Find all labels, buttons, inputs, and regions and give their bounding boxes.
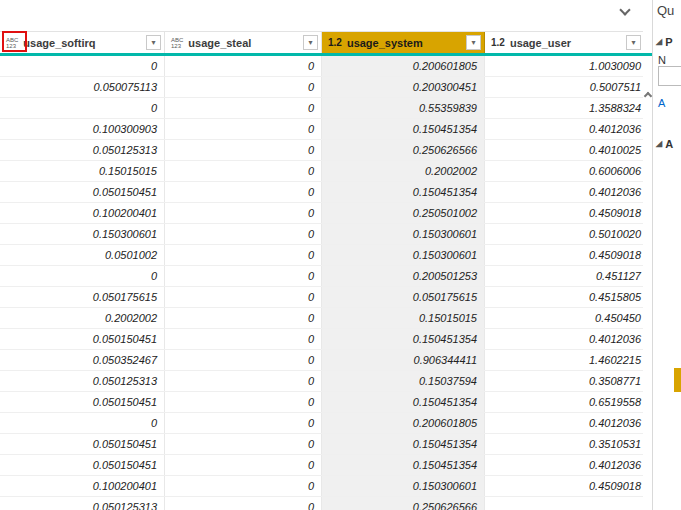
column-header-usage-steal[interactable]: ABC 123 usage_steal ▾ xyxy=(165,32,322,53)
table-cell[interactable]: 0.050150451 xyxy=(0,392,165,412)
table-cell[interactable]: 0.150451354 xyxy=(322,392,485,412)
table-cell[interactable]: 0.050125313 xyxy=(0,497,165,510)
table-cell[interactable]: 0.4012036 xyxy=(485,119,643,139)
table-cell[interactable]: 0.4012036 xyxy=(485,413,643,433)
table-cell[interactable]: 0 xyxy=(165,392,322,412)
table-cell[interactable]: 0.6006006 xyxy=(485,161,643,181)
table-cell[interactable]: 0.150451354 xyxy=(322,455,485,475)
table-cell[interactable]: 0.050150451 xyxy=(0,182,165,202)
table-cell[interactable]: 0.200501253 xyxy=(322,266,485,286)
table-cell[interactable]: 0 xyxy=(165,434,322,454)
formula-bar-expand-button[interactable] xyxy=(612,2,638,22)
table-cell[interactable]: 0 xyxy=(165,329,322,349)
table-cell[interactable]: 0.906344411 xyxy=(322,350,485,370)
vertical-scrollbar[interactable] xyxy=(643,56,652,510)
scrollbar-up-button[interactable] xyxy=(643,88,652,100)
table-cell[interactable]: 0 xyxy=(0,56,165,76)
table-cell[interactable]: 0 xyxy=(0,266,165,286)
table-cell[interactable]: 0.5007511 xyxy=(485,77,643,97)
table-cell[interactable]: 0.150300601 xyxy=(322,245,485,265)
table-cell[interactable]: 0 xyxy=(165,119,322,139)
table-cell[interactable]: 0.150451354 xyxy=(322,329,485,349)
table-cell[interactable]: 0.2002002 xyxy=(322,161,485,181)
table-cell[interactable]: 0.250626566 xyxy=(322,497,485,510)
table-cell[interactable]: 0.55359839 xyxy=(322,98,485,118)
table-cell[interactable]: 1.3588324 xyxy=(485,98,643,118)
table-cell[interactable]: 0 xyxy=(165,413,322,433)
column-filter-button[interactable]: ▾ xyxy=(466,35,481,50)
table-cell[interactable]: 0 xyxy=(165,245,322,265)
table-cell[interactable]: 0.050150451 xyxy=(0,329,165,349)
query-name-input[interactable] xyxy=(658,66,681,86)
table-cell[interactable]: 0.150451354 xyxy=(322,434,485,454)
table-cell[interactable]: 0.100200401 xyxy=(0,476,165,496)
column-filter-button[interactable]: ▾ xyxy=(626,35,641,50)
table-cell[interactable] xyxy=(485,497,643,510)
column-filter-button[interactable]: ▾ xyxy=(146,35,161,50)
selected-step-highlight[interactable] xyxy=(674,368,681,392)
table-cell[interactable]: 0.15037594 xyxy=(322,371,485,391)
column-header-usage-softirq[interactable]: ABC 123 usage_softirq ▾ xyxy=(0,32,165,53)
table-cell[interactable]: 0.100200401 xyxy=(0,203,165,223)
table-cell[interactable]: 0.4012036 xyxy=(485,455,643,475)
table-cell[interactable]: 0 xyxy=(165,455,322,475)
table-cell[interactable]: 1.0030090 xyxy=(485,56,643,76)
table-cell[interactable]: 0 xyxy=(165,308,322,328)
table-cell[interactable]: 0.6519558 xyxy=(485,392,643,412)
table-cell[interactable]: 0.050150451 xyxy=(0,455,165,475)
table-cell[interactable]: 0.15015015 xyxy=(322,308,485,328)
table-cell[interactable]: 0.4012036 xyxy=(485,329,643,349)
table-cell[interactable]: 0.4509018 xyxy=(485,245,643,265)
table-cell[interactable]: 0.4509018 xyxy=(485,203,643,223)
table-cell[interactable]: 0.050175615 xyxy=(322,287,485,307)
table-cell[interactable]: 0.050075113 xyxy=(0,77,165,97)
table-cell[interactable]: 0 xyxy=(165,161,322,181)
table-cell[interactable]: 0.150300601 xyxy=(0,224,165,244)
table-cell[interactable]: 0.3508771 xyxy=(485,371,643,391)
table-cell[interactable]: 0.4012036 xyxy=(485,182,643,202)
table-cell[interactable]: 0.3510531 xyxy=(485,434,643,454)
column-filter-button[interactable]: ▾ xyxy=(303,35,318,50)
table-cell[interactable]: 0 xyxy=(165,497,322,510)
properties-section-header[interactable]: ◢ P xyxy=(656,36,673,48)
table-cell[interactable]: 0.150451354 xyxy=(322,182,485,202)
applied-steps-section-header[interactable]: ◢ A xyxy=(656,138,673,150)
table-cell[interactable]: 0.050175615 xyxy=(0,287,165,307)
column-header-usage-user[interactable]: 1.2 usage_user ▾ xyxy=(485,32,643,53)
table-cell[interactable]: 0 xyxy=(165,371,322,391)
table-cell[interactable]: 0 xyxy=(165,203,322,223)
table-cell[interactable]: 0.250501002 xyxy=(322,203,485,223)
column-header-usage-system[interactable]: 1.2 usage_system ▾ xyxy=(322,32,485,53)
table-cell[interactable]: 0.200300451 xyxy=(322,77,485,97)
table-cell[interactable]: 1.4602215 xyxy=(485,350,643,370)
table-cell[interactable]: 0 xyxy=(165,476,322,496)
table-cell[interactable]: 0.150300601 xyxy=(322,224,485,244)
table-cell[interactable]: 0.100300903 xyxy=(0,119,165,139)
table-cell[interactable]: 0 xyxy=(165,287,322,307)
table-cell[interactable]: 0 xyxy=(0,98,165,118)
table-cell[interactable]: 0 xyxy=(0,413,165,433)
table-cell[interactable]: 0.200601805 xyxy=(322,56,485,76)
table-cell[interactable]: 0.050125313 xyxy=(0,140,165,160)
table-cell[interactable]: 0.450450 xyxy=(485,308,643,328)
table-cell[interactable]: 0.200601805 xyxy=(322,413,485,433)
table-cell[interactable]: 0 xyxy=(165,182,322,202)
table-cell[interactable]: 0.15015015 xyxy=(0,161,165,181)
table-cell[interactable]: 0.0501002 xyxy=(0,245,165,265)
table-cell[interactable]: 0 xyxy=(165,350,322,370)
table-cell[interactable]: 0.2002002 xyxy=(0,308,165,328)
table-cell[interactable]: 0 xyxy=(165,77,322,97)
table-cell[interactable]: 0 xyxy=(165,266,322,286)
table-cell[interactable]: 0.4509018 xyxy=(485,476,643,496)
all-properties-link[interactable]: A xyxy=(658,97,665,109)
table-cell[interactable]: 0.050125313 xyxy=(0,371,165,391)
table-cell[interactable]: 0.4010025 xyxy=(485,140,643,160)
table-cell[interactable]: 0.150451354 xyxy=(322,119,485,139)
table-cell[interactable]: 0.250626566 xyxy=(322,140,485,160)
table-cell[interactable]: 0.5010020 xyxy=(485,224,643,244)
table-cell[interactable]: 0.4515805 xyxy=(485,287,643,307)
table-cell[interactable]: 0 xyxy=(165,56,322,76)
table-cell[interactable]: 0.150300601 xyxy=(322,476,485,496)
table-cell[interactable]: 0.451127 xyxy=(485,266,643,286)
table-cell[interactable]: 0.050352467 xyxy=(0,350,165,370)
